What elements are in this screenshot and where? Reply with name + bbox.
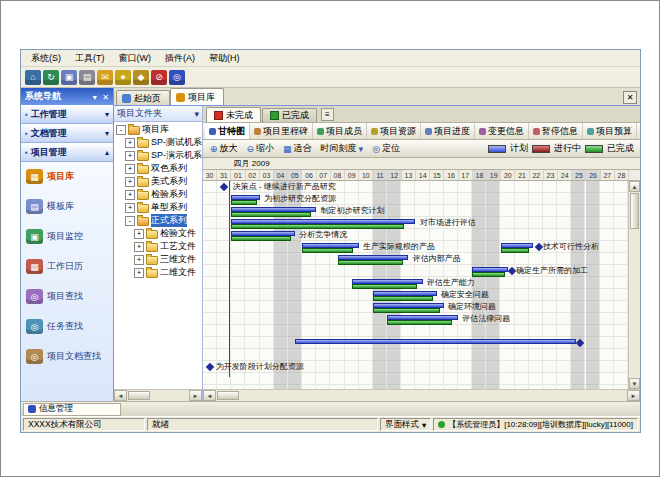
expander-icon[interactable]: +	[134, 255, 144, 265]
menu-item[interactable]: 插件(A)	[158, 51, 202, 66]
gantt-tab-项目资源[interactable]: 项目资源	[367, 123, 421, 139]
menu-item[interactable]: 系统(S)	[24, 51, 68, 66]
sidebar: 系统导航 ▾ ✕ ▪工作管理▾▪文档管理▾▪项目管理▴▦项目库▤模板库▣项目监控…	[21, 88, 114, 401]
gantt-tool-定位[interactable]: ◎定位	[369, 141, 403, 156]
gantt-tab-甘特图[interactable]: 甘特图	[205, 123, 250, 139]
scroll-left-icon[interactable]: ◄	[114, 390, 127, 401]
gantt-bar-done[interactable]	[387, 320, 452, 325]
gantt-vertical-scrollbar[interactable]: ▲ ▼	[628, 181, 640, 389]
info-management-tab[interactable]: 信息管理	[23, 403, 121, 416]
gantt-tool-放大[interactable]: ⊕放大	[207, 141, 241, 156]
gantt-tab-项目里程碑[interactable]: 项目里程碑	[250, 123, 313, 139]
stop-icon[interactable]: ⊘	[151, 70, 167, 85]
gantt-horizontal-scrollbar[interactable]: ◄ ►	[203, 389, 640, 401]
sidebar-item-模板库[interactable]: ▤模板库	[24, 198, 110, 215]
scroll-right-icon[interactable]: ►	[189, 390, 202, 401]
expander-icon[interactable]: +	[125, 203, 135, 213]
tree-node-正式系列[interactable]: -正式系列	[114, 214, 202, 227]
menu-item[interactable]: 窗口(W)	[112, 51, 159, 66]
expander-icon[interactable]: +	[125, 164, 135, 174]
window-icon[interactable]: ▣	[61, 70, 77, 85]
close-icon[interactable]: ✕	[102, 93, 109, 102]
close-tab-button[interactable]: ✕	[623, 91, 637, 104]
gantt-bar-done[interactable]	[472, 272, 505, 277]
tree-node-项目库[interactable]: -项目库	[114, 123, 202, 136]
pin-icon[interactable]: ▾	[93, 93, 97, 102]
scroll-right-icon[interactable]: ►	[627, 390, 640, 401]
expander-icon[interactable]: +	[134, 268, 144, 278]
tree-horizontal-scrollbar[interactable]: ◄ ►	[114, 389, 202, 401]
filter-tab-已完成[interactable]: 已完成	[262, 108, 317, 122]
tree-node-三维文件[interactable]: +三维文件	[114, 253, 202, 266]
expander-icon[interactable]: +	[125, 151, 135, 161]
gantt-bar-done[interactable]	[373, 308, 440, 313]
tree-node-SP-演示机系列[interactable]: +SP-演示机系列	[114, 149, 202, 162]
tree-filter-icon[interactable]: ▾	[194, 109, 199, 119]
tree-node-双色系列[interactable]: +双色系列	[114, 162, 202, 175]
gantt-tab-变更信息[interactable]: 变更信息	[475, 123, 529, 139]
scroll-thumb[interactable]	[128, 391, 150, 400]
gantt-tool-适合[interactable]: ▦适合	[280, 141, 315, 156]
sidebar-item-项目文档查找[interactable]: ◎项目文档查找	[24, 348, 110, 365]
gantt-tab-label: 项目预算	[596, 125, 632, 138]
sidebar-item-工作日历[interactable]: ▦工作日历	[24, 258, 110, 275]
sidebar-item-项目监控[interactable]: ▣项目监控	[24, 228, 110, 245]
expander-icon[interactable]: +	[134, 229, 144, 239]
tab-项目库[interactable]: 项目库	[170, 88, 224, 105]
sidebar-item-项目查找[interactable]: ◎项目查找	[24, 288, 110, 305]
gantt-bar-done[interactable]	[338, 260, 403, 265]
expander-icon[interactable]: +	[134, 242, 144, 252]
menu-item[interactable]: 帮助(H)	[202, 51, 247, 66]
tree-node-工艺文件[interactable]: +工艺文件	[114, 240, 202, 253]
tab-起始页[interactable]: 起始页	[116, 90, 170, 105]
tree-node-二维文件[interactable]: +二维文件	[114, 266, 202, 279]
gantt-tool-缩小[interactable]: ⊖缩小	[244, 141, 278, 156]
gantt-bar-done[interactable]	[352, 284, 417, 289]
sidebar-item-任务查找[interactable]: ◎任务查找	[24, 318, 110, 335]
tree-node-美式系列[interactable]: +美式系列	[114, 175, 202, 188]
scroll-thumb[interactable]	[630, 193, 639, 229]
chevron-icon: ▴	[105, 148, 109, 157]
tree-node-SP-测试机系列[interactable]: +SP-测试机系列	[114, 136, 202, 149]
tree-panel-header: 项目文件夹 ▾	[114, 106, 202, 122]
gantt-bar-done[interactable]	[501, 248, 529, 253]
key-icon[interactable]: ◆	[133, 70, 149, 85]
gantt-tool-时间刻度[interactable]: 时间刻度▾	[318, 141, 367, 156]
tree-node-检验系列[interactable]: +检验系列	[114, 188, 202, 201]
home-icon[interactable]: ⌂	[25, 70, 41, 85]
gantt-bar-done[interactable]	[302, 248, 353, 253]
filter-tab-未完成[interactable]: 未完成	[206, 107, 261, 122]
scroll-left-icon[interactable]: ◄	[203, 390, 216, 401]
gantt-bar-done[interactable]	[373, 296, 433, 301]
expander-icon[interactable]: -	[125, 216, 135, 226]
refresh-icon[interactable]: ↻	[43, 70, 59, 85]
mail-icon[interactable]: ✉	[97, 70, 113, 85]
gantt-bar-done[interactable]	[231, 236, 291, 241]
gantt-tab-暂停信息[interactable]: 暂停信息	[529, 123, 583, 139]
tree-node-检验文件[interactable]: +检验文件	[114, 227, 202, 240]
gantt-bar-plan[interactable]	[295, 339, 576, 344]
tree-node-单型系列[interactable]: +单型系列	[114, 201, 202, 214]
sidebar-group-工作管理[interactable]: ▪工作管理▾	[21, 105, 113, 124]
expander-icon[interactable]: +	[125, 190, 135, 200]
filter-more-button[interactable]: ≡	[321, 108, 334, 121]
expander-icon[interactable]: +	[125, 138, 135, 148]
sidebar-group-文档管理[interactable]: ▪文档管理▾	[21, 124, 113, 143]
scroll-down-icon[interactable]: ▼	[629, 378, 640, 389]
gantt-bar-done[interactable]	[231, 212, 310, 217]
sidebar-group-项目管理[interactable]: ▪项目管理▴	[21, 143, 113, 162]
scroll-up-icon[interactable]: ▲	[629, 181, 640, 192]
menu-item[interactable]: 工具(T)	[68, 51, 112, 66]
gantt-bar-done[interactable]	[231, 200, 257, 205]
sidebar-item-项目库[interactable]: ▦项目库	[24, 168, 110, 185]
gantt-tab-项目预算[interactable]: 项目预算	[583, 123, 637, 139]
gantt-tab-项目进度[interactable]: 项目进度	[421, 123, 475, 139]
style-selector[interactable]: 界面样式 ▾	[380, 418, 431, 431]
expander-icon[interactable]: -	[116, 125, 126, 135]
expander-icon[interactable]: +	[125, 177, 135, 187]
scroll-thumb[interactable]	[217, 391, 239, 400]
lock-icon[interactable]: ●	[115, 70, 131, 85]
gantt-tab-项目成员[interactable]: 项目成员	[313, 123, 367, 139]
report-icon[interactable]: ▤	[79, 70, 95, 85]
info-icon[interactable]: ◎	[169, 70, 185, 85]
